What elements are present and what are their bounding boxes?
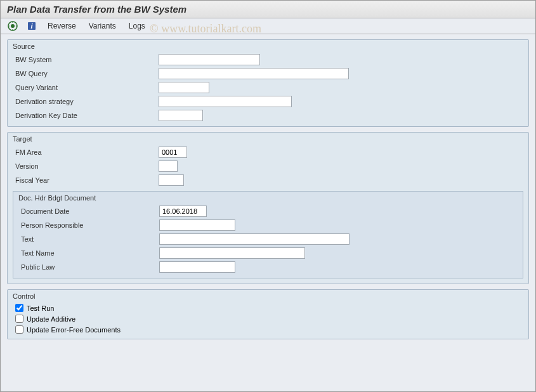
public-law-input[interactable] bbox=[159, 261, 235, 273]
bw-query-label: BW Query bbox=[13, 70, 159, 77]
target-group: Target FM Area Version Fiscal Year Doc. … bbox=[7, 132, 529, 284]
person-responsible-label: Person Responsible bbox=[18, 221, 159, 229]
svg-point-1 bbox=[11, 24, 15, 28]
update-additive-label: Update Additive bbox=[27, 315, 75, 323]
toolbar: i Reverse Variants Logs bbox=[1, 18, 535, 34]
query-variant-label: Query Variant bbox=[13, 84, 159, 91]
query-variant-input[interactable] bbox=[159, 82, 209, 93]
bw-system-label: BW System bbox=[13, 56, 159, 63]
text-name-label: Text Name bbox=[18, 249, 159, 257]
version-label: Version bbox=[13, 162, 159, 170]
execute-icon[interactable] bbox=[7, 20, 18, 32]
control-legend: Control bbox=[8, 290, 528, 303]
fm-area-label: FM Area bbox=[13, 148, 159, 156]
target-legend: Target bbox=[8, 133, 528, 145]
test-run-checkbox[interactable] bbox=[15, 304, 23, 312]
toolbar-reverse[interactable]: Reverse bbox=[45, 20, 79, 32]
derivation-strategy-label: Derivation strategy bbox=[13, 98, 159, 105]
document-date-label: Document Date bbox=[18, 207, 159, 215]
fm-area-input[interactable] bbox=[159, 147, 187, 158]
derivation-strategy-input[interactable] bbox=[159, 96, 292, 107]
update-error-free-label: Update Error-Free Documents bbox=[27, 326, 121, 334]
toolbar-variants[interactable]: Variants bbox=[86, 20, 119, 32]
fiscal-year-input[interactable] bbox=[159, 174, 184, 186]
text-label: Text bbox=[18, 235, 159, 243]
test-run-label: Test Run bbox=[27, 304, 54, 312]
fiscal-year-label: Fiscal Year bbox=[13, 176, 159, 184]
doc-hdr-group: Doc. Hdr Bdgt Document Document Date Per… bbox=[13, 191, 523, 278]
person-responsible-input[interactable] bbox=[159, 219, 235, 231]
text-name-input[interactable] bbox=[159, 247, 305, 259]
info-icon[interactable]: i bbox=[26, 20, 37, 32]
derivation-key-date-input[interactable] bbox=[159, 110, 203, 121]
title-bar: Plan Data Transfer from the BW System bbox=[1, 1, 535, 18]
document-date-input[interactable] bbox=[159, 206, 207, 217]
bw-query-input[interactable] bbox=[159, 68, 349, 79]
doc-hdr-legend: Doc. Hdr Bdgt Document bbox=[13, 192, 523, 204]
source-legend: Source bbox=[8, 40, 528, 53]
page-title: Plan Data Transfer from the BW System bbox=[7, 4, 529, 15]
text-input[interactable] bbox=[159, 233, 350, 245]
control-group: Control Test Run Update Additive Update … bbox=[7, 289, 529, 339]
derivation-key-date-label: Derivation Key Date bbox=[13, 112, 159, 119]
bw-system-input[interactable] bbox=[159, 54, 260, 65]
main-content: Source BW System BW Query Query Variant … bbox=[1, 34, 535, 392]
toolbar-logs[interactable]: Logs bbox=[126, 20, 148, 32]
source-group: Source BW System BW Query Query Variant … bbox=[7, 39, 529, 127]
public-law-label: Public Law bbox=[18, 263, 159, 271]
update-error-free-checkbox[interactable] bbox=[15, 325, 23, 334]
update-additive-checkbox[interactable] bbox=[15, 315, 23, 323]
version-input[interactable] bbox=[159, 160, 178, 172]
